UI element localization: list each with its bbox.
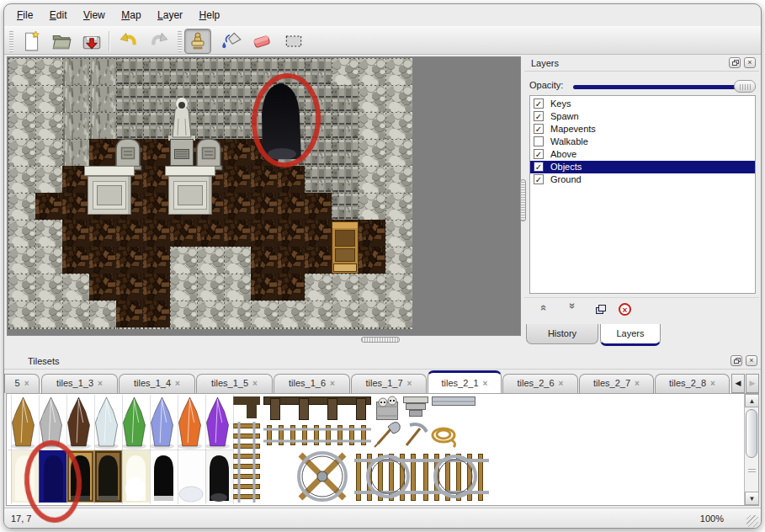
open-file-button[interactable] <box>48 29 75 54</box>
layer-row-spawn[interactable]: ✓ Spawn <box>530 110 755 123</box>
layer-checkbox[interactable]: ✓ <box>534 111 544 121</box>
tileset-tab-tiles-1-4[interactable]: tiles_1_4× <box>119 374 195 393</box>
tilesets-panel-title: Tilesets <box>28 356 60 366</box>
zoom-level: 100% <box>700 513 724 524</box>
close-tab-icon[interactable]: × <box>635 379 640 388</box>
tileset-tab-tiles-1-3[interactable]: tiles_1_3× <box>41 374 118 393</box>
layer-name: Mapevents <box>550 124 596 134</box>
menu-bar: File Edit View Map Layer Help <box>4 6 761 26</box>
tileset-tab-tiles-1-7[interactable]: tiles_1_7× <box>351 374 427 393</box>
layer-row-walkable[interactable]: Walkable <box>530 136 755 148</box>
layer-checkbox[interactable] <box>534 136 544 146</box>
select-tool-button[interactable] <box>280 29 307 54</box>
layer-checkbox[interactable]: ✓ <box>534 98 544 109</box>
layer-row-keys[interactable]: ✓ Keys <box>530 98 755 110</box>
menu-view[interactable]: View <box>77 6 111 24</box>
undo-button[interactable] <box>115 29 142 54</box>
close-tab-icon[interactable]: × <box>710 379 715 388</box>
raise-layer-button[interactable]: « <box>534 301 555 319</box>
layer-checkbox[interactable]: ✓ <box>534 149 544 159</box>
layers-panel-title: Layers <box>531 58 559 68</box>
float-tilesets-button[interactable] <box>730 355 742 366</box>
tileset-scrollbar[interactable]: ▲ ▼ <box>744 394 758 505</box>
close-tab-icon[interactable]: × <box>483 379 488 388</box>
close-tab-icon[interactable]: × <box>98 379 103 388</box>
close-panel-button[interactable]: × <box>744 57 756 68</box>
close-tab-icon[interactable]: × <box>559 379 564 388</box>
close-tilesets-button[interactable]: × <box>746 355 757 366</box>
opacity-slider-handle[interactable] <box>734 80 756 93</box>
toolbar-drag-handle[interactable] <box>9 30 13 52</box>
select-rect-icon <box>283 30 305 52</box>
layer-checkbox[interactable]: ✓ <box>534 162 544 172</box>
fill-tool-button[interactable] <box>218 29 245 54</box>
close-tab-icon[interactable]: × <box>24 379 29 388</box>
map-viewport[interactable] <box>7 56 521 336</box>
menu-file[interactable]: File <box>11 6 39 24</box>
close-tab-icon[interactable]: × <box>407 379 412 388</box>
menu-map[interactable]: Map <box>115 6 146 24</box>
tilesets-panel-titlebar: Tilesets × <box>4 353 762 370</box>
layer-row-mapevents[interactable]: ✓ Mapevents <box>530 123 755 136</box>
lower-layer-button[interactable]: « <box>561 301 582 319</box>
save-button[interactable] <box>78 29 105 54</box>
scroll-down-button[interactable]: ▼ <box>745 492 759 505</box>
layer-name: Spawn <box>550 111 579 121</box>
tileset-tab-tiles-2-6[interactable]: tiles_2_6× <box>502 374 578 393</box>
layer-checkbox[interactable]: ✓ <box>534 124 544 134</box>
opacity-slider-track[interactable] <box>573 85 752 89</box>
tilesets-panel: Tilesets × 5× tiles_1_3× tiles_1_4× tile… <box>4 353 762 508</box>
tileset-tab-tiles-2-1-active[interactable]: tiles_2_1× <box>428 370 502 393</box>
scroll-ridge <box>748 468 756 472</box>
layer-actions: « « × <box>524 297 759 321</box>
toolbar <box>4 26 761 55</box>
toolbar-drag-handle-2[interactable] <box>178 30 182 52</box>
status-bar: 17, 7 100% <box>4 508 761 529</box>
layer-row-above[interactable]: ✓ Above <box>530 148 755 161</box>
undo-icon <box>118 30 140 52</box>
delete-layer-button[interactable]: × <box>615 301 635 319</box>
fill-bucket-icon <box>220 30 242 52</box>
scroll-up-button[interactable]: ▲ <box>745 394 759 407</box>
map-canvas[interactable] <box>8 58 412 329</box>
horizontal-splitter-handle[interactable] <box>361 337 400 343</box>
restore-icon-back <box>732 61 737 66</box>
opacity-label: Opacity: <box>529 80 563 90</box>
menu-layer[interactable]: Layer <box>151 6 189 24</box>
new-file-button[interactable] <box>18 29 45 54</box>
tab-history[interactable]: History <box>526 324 598 344</box>
delete-icon: × <box>619 303 631 316</box>
tab-layers[interactable]: Layers <box>600 324 661 346</box>
duplicate-layer-button[interactable] <box>590 301 610 319</box>
tileset-tab-tiles-1-5[interactable]: tiles_1_5× <box>196 374 273 393</box>
menu-help[interactable]: Help <box>194 6 226 24</box>
layer-list: ✓ Keys ✓ Spawn ✓ Mapevents Walkable ✓ Ab… <box>529 95 756 294</box>
tileset-tab-tiles-1-6[interactable]: tiles_1_6× <box>274 374 350 393</box>
tileset-tab-tiles-2-8[interactable]: tiles_2_8× <box>655 374 730 393</box>
layer-row-ground[interactable]: ✓ Ground <box>530 173 755 186</box>
close-tab-icon[interactable]: × <box>252 379 258 388</box>
eraser-tool-button[interactable] <box>248 29 275 54</box>
layer-checkbox[interactable]: ✓ <box>534 174 544 184</box>
redo-icon <box>148 30 170 52</box>
close-tab-icon[interactable]: × <box>175 379 180 388</box>
window-resize-grip[interactable] <box>746 515 758 527</box>
scroll-tabs-right-button[interactable]: ▶ <box>746 374 759 393</box>
stamp-tool-button[interactable] <box>184 29 211 54</box>
duplicate-icon <box>598 305 606 311</box>
open-folder-icon <box>50 30 72 52</box>
scroll-thumb[interactable] <box>746 409 757 458</box>
menu-edit[interactable]: Edit <box>44 6 73 24</box>
app-window: File Edit View Map Layer Help <box>3 3 762 529</box>
float-panel-button[interactable] <box>729 57 741 68</box>
handle-ribs <box>740 84 751 90</box>
close-tab-icon[interactable]: × <box>330 379 335 388</box>
tileset-tab-5[interactable]: 5× <box>4 374 40 393</box>
tileset-tabbar: 5× tiles_1_3× tiles_1_4× tiles_1_5× tile… <box>4 370 762 393</box>
scroll-tabs-left-button[interactable]: ◀ <box>731 374 745 393</box>
stamp-tool-icon <box>188 31 208 51</box>
layer-row-objects-selected[interactable]: ✓ Objects <box>530 161 755 173</box>
tileset-tab-tiles-2-7[interactable]: tiles_2_7× <box>579 374 654 393</box>
tileset-canvas[interactable] <box>8 395 745 504</box>
redo-button[interactable] <box>146 29 173 54</box>
